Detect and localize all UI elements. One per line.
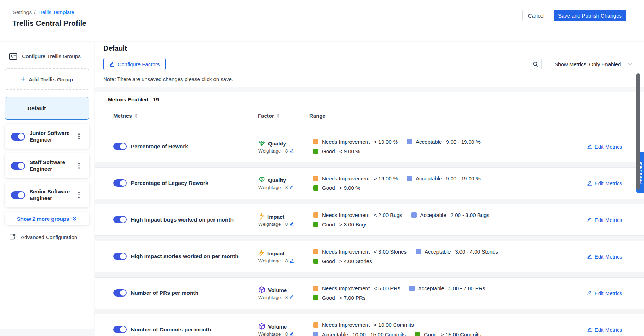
double-chevron-down-icon bbox=[72, 216, 77, 221]
blue-swatch bbox=[313, 332, 318, 336]
range-cell: Needs Improvement< 10.00 Commits Accepta… bbox=[313, 322, 512, 336]
pencil-icon bbox=[587, 254, 592, 259]
show-more-groups-button[interactable]: Show 2 more groups bbox=[5, 212, 89, 225]
metric-name: Number of Commits per month bbox=[131, 314, 254, 336]
metric-toggle[interactable] bbox=[113, 326, 127, 333]
show-metrics-filter-dropdown[interactable]: Show Metrics: Only Enabled bbox=[550, 58, 637, 70]
column-header-factor[interactable]: Factor bbox=[258, 113, 280, 119]
range-chip-good: Good> 15.00 Commits bbox=[415, 331, 481, 336]
green-swatch bbox=[313, 295, 318, 300]
range-chip-acceptable: Acceptable10.00 - 15.00 Commits bbox=[313, 331, 406, 336]
table-row: High Impact stories worked on per month … bbox=[95, 241, 644, 272]
breadcrumb: Settings/Trellis Template bbox=[13, 9, 74, 15]
range-cell: Needs Improvement< 5.00 PRs Acceptable5.… bbox=[313, 285, 512, 301]
impact-icon bbox=[258, 213, 265, 220]
add-trellis-group-button[interactable]: + Add Trellis Group bbox=[5, 68, 89, 90]
edit-metrics-link[interactable]: Edit Metrics bbox=[587, 327, 622, 333]
breadcrumb-trellis-template[interactable]: Trellis Template bbox=[37, 9, 74, 15]
main-toolbar: Default Configure Factors Note: There ar… bbox=[95, 42, 644, 87]
edit-weightage-icon[interactable] bbox=[290, 185, 294, 190]
unsaved-changes-note: Note: There are unsaved changes please c… bbox=[103, 76, 233, 82]
search-icon bbox=[533, 61, 539, 67]
metric-toggle[interactable] bbox=[113, 179, 127, 187]
weightage: Weightage : 8 bbox=[258, 222, 294, 227]
volume-icon bbox=[258, 286, 265, 293]
edit-metrics-link[interactable]: Edit Metrics bbox=[587, 144, 622, 150]
range-chip-needs-improvement: Needs Improvement> 19.00 % bbox=[313, 175, 398, 181]
main-content: Default Configure Factors Note: There ar… bbox=[95, 42, 644, 336]
sort-icon[interactable] bbox=[135, 113, 138, 118]
green-swatch bbox=[313, 222, 318, 227]
breadcrumb-separator: / bbox=[34, 9, 35, 15]
range-chip-needs-improvement: Needs Improvement> 19.00 % bbox=[313, 139, 398, 145]
edit-weightage-icon[interactable] bbox=[290, 222, 294, 226]
column-header-metrics[interactable]: Metrics bbox=[113, 113, 138, 119]
pencil-icon bbox=[587, 144, 592, 149]
weightage: Weightage : 8 bbox=[258, 295, 294, 300]
factor-name: Volume bbox=[268, 323, 287, 329]
row-divider bbox=[95, 235, 644, 241]
green-swatch bbox=[313, 185, 318, 191]
id-card-icon bbox=[8, 52, 18, 61]
edit-weightage-icon[interactable] bbox=[290, 295, 294, 300]
row-divider bbox=[95, 272, 644, 278]
configure-factors-button[interactable]: Configure Factors bbox=[103, 58, 166, 70]
advanced-configuration-link[interactable]: Advanced Configuration bbox=[8, 233, 89, 241]
sidebar-item-staff-software-engineer[interactable]: Staff Software Engineer bbox=[5, 153, 89, 178]
kebab-menu-icon[interactable] bbox=[76, 161, 82, 170]
row-divider bbox=[95, 199, 644, 204]
metric-toggle[interactable] bbox=[113, 216, 127, 223]
factor-cell: Quality Weightage : 8 bbox=[258, 140, 294, 154]
quality-icon bbox=[258, 176, 265, 183]
save-and-publish-button[interactable]: Save and Publish Changes bbox=[554, 10, 626, 21]
range-chip-acceptable: Acceptable3.00 - 4.00 Stories bbox=[416, 249, 498, 255]
factor-name: Volume bbox=[268, 287, 287, 293]
search-button[interactable] bbox=[530, 58, 542, 70]
sidebar-item-junior-software-engineer[interactable]: Junior Software Engineer bbox=[5, 124, 89, 149]
cancel-button[interactable]: Cancel bbox=[522, 10, 550, 21]
kebab-menu-icon[interactable] bbox=[76, 132, 82, 141]
metric-toggle[interactable] bbox=[113, 253, 127, 260]
edit-metrics-link[interactable]: Edit Metrics bbox=[587, 254, 622, 260]
edit-metrics-link[interactable]: Edit Metrics bbox=[587, 217, 622, 223]
breadcrumb-settings[interactable]: Settings bbox=[13, 9, 32, 15]
pencil-icon bbox=[109, 62, 114, 67]
senior-group-toggle[interactable] bbox=[11, 191, 25, 199]
table-row: Number of PRs per month Volume Weightage… bbox=[95, 278, 644, 309]
sidebar-item-default[interactable]: Default bbox=[5, 97, 89, 120]
configure-trellis-groups-header: Configure Trellis Groups bbox=[8, 52, 89, 61]
staff-group-toggle[interactable] bbox=[11, 162, 25, 170]
orange-swatch bbox=[313, 322, 318, 328]
metric-toggle[interactable] bbox=[113, 289, 127, 297]
edit-metrics-link[interactable]: Edit Metrics bbox=[587, 180, 622, 186]
metric-name: Percentage of Rework bbox=[131, 131, 254, 162]
green-swatch bbox=[313, 149, 318, 154]
edit-metrics-link[interactable]: Edit Metrics bbox=[587, 290, 622, 296]
factor-name: Quality bbox=[268, 140, 286, 146]
edit-weightage-icon[interactable] bbox=[290, 149, 294, 153]
group-label: Senior Software Engineer bbox=[30, 188, 76, 201]
pencil-icon bbox=[587, 327, 592, 332]
impact-icon bbox=[258, 250, 265, 257]
weightage: Weightage : 8 bbox=[258, 185, 294, 190]
metric-toggle[interactable] bbox=[113, 143, 127, 150]
edit-weightage-icon[interactable] bbox=[290, 259, 294, 263]
row-divider bbox=[95, 162, 644, 168]
metrics-table-card: Metrics Enabled : 19 Metrics Factor Rang… bbox=[95, 92, 644, 336]
weightage: Weightage : 8 bbox=[258, 331, 294, 336]
range-cell: Needs Improvement< 2.00 Bugs Acceptable2… bbox=[313, 212, 512, 228]
factor-cell: Quality Weightage : 8 bbox=[258, 176, 294, 190]
sort-icon[interactable] bbox=[277, 113, 280, 118]
orange-swatch bbox=[313, 249, 318, 254]
blue-swatch bbox=[407, 176, 412, 181]
plus-icon: + bbox=[21, 75, 25, 83]
range-chip-good: Good> 7.00 PRs bbox=[313, 295, 365, 301]
column-header-range: Range bbox=[309, 113, 326, 119]
edit-weightage-icon[interactable] bbox=[290, 332, 294, 336]
junior-group-toggle[interactable] bbox=[11, 133, 25, 141]
kebab-menu-icon[interactable] bbox=[76, 191, 82, 199]
sidebar-item-senior-software-engineer[interactable]: Senior Software Engineer bbox=[5, 182, 89, 207]
orange-swatch bbox=[313, 176, 318, 181]
vertical-scrollbar-thumb[interactable] bbox=[636, 73, 640, 190]
metric-name: High Impact bugs worked on per month bbox=[131, 204, 254, 235]
